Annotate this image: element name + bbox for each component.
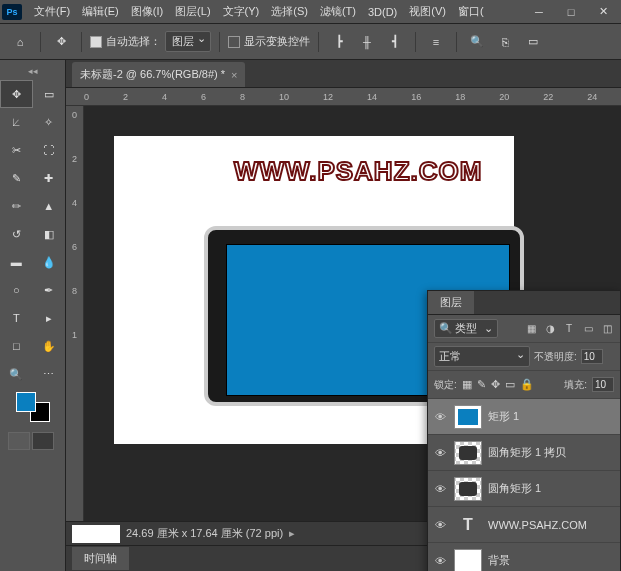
- patch-tool[interactable]: ✚: [33, 164, 66, 192]
- blur-tool[interactable]: 💧: [33, 248, 66, 276]
- extra-tool[interactable]: ⋯: [33, 360, 66, 388]
- layer-name[interactable]: 圆角矩形 1: [488, 481, 541, 496]
- brush-tool[interactable]: ✏: [0, 192, 33, 220]
- timeline-tab[interactable]: 时间轴: [72, 547, 129, 570]
- lock-position-icon[interactable]: ✥: [491, 378, 500, 391]
- menu-file[interactable]: 文件(F): [28, 1, 76, 22]
- menu-view[interactable]: 视图(V): [403, 1, 452, 22]
- layer-item[interactable]: 👁 圆角矩形 1: [428, 471, 620, 507]
- blend-mode-select[interactable]: 正常: [434, 346, 530, 367]
- show-transform-checkbox[interactable]: 显示变换控件: [228, 34, 310, 49]
- move-tool[interactable]: ✥: [0, 80, 33, 108]
- magic-wand-tool[interactable]: ✧: [33, 108, 66, 136]
- layer-thumbnail[interactable]: [454, 477, 482, 501]
- menu-3d[interactable]: 3D(D): [362, 3, 403, 21]
- lock-pixels-icon[interactable]: ▦: [462, 378, 472, 391]
- layer-name[interactable]: WWW.PSAHZ.COM: [488, 519, 587, 531]
- layer-thumbnail[interactable]: [454, 441, 482, 465]
- menu-bar: Ps 文件(F) 编辑(E) 图像(I) 图层(L) 文字(Y) 选择(S) 滤…: [0, 0, 621, 24]
- dodge-tool[interactable]: ○: [0, 276, 33, 304]
- fill-value[interactable]: 10: [592, 377, 614, 392]
- filter-shape-icon[interactable]: ▭: [581, 322, 595, 336]
- layer-item[interactable]: 👁 T WWW.PSAHZ.COM: [428, 507, 620, 543]
- document-tab-bar: 未标题-2 @ 66.7%(RGB/8#) * ×: [66, 60, 621, 88]
- menu-edit[interactable]: 编辑(E): [76, 1, 125, 22]
- layer-name[interactable]: 背景: [488, 553, 510, 568]
- lock-brush-icon[interactable]: ✎: [477, 378, 486, 391]
- move-tool-icon[interactable]: ✥: [49, 30, 73, 54]
- pen-tool[interactable]: ✒: [33, 276, 66, 304]
- eraser-tool[interactable]: ◧: [33, 220, 66, 248]
- slice-tool[interactable]: ⛶: [33, 136, 66, 164]
- zoom-tool[interactable]: 🔍: [0, 360, 33, 388]
- document-tab[interactable]: 未标题-2 @ 66.7%(RGB/8#) * ×: [72, 62, 245, 87]
- menu-select[interactable]: 选择(S): [265, 1, 314, 22]
- visibility-icon[interactable]: 👁: [432, 483, 448, 495]
- layer-list: 👁 矩形 1 👁 圆角矩形 1 拷贝 👁 圆角矩形 1 👁 T: [428, 399, 620, 571]
- workspace-icon[interactable]: ▭: [521, 30, 545, 54]
- layer-item[interactable]: 👁 背景: [428, 543, 620, 571]
- filter-pixel-icon[interactable]: ▦: [524, 322, 538, 336]
- zoom-input[interactable]: [72, 525, 120, 543]
- distribute-icon[interactable]: ≡: [424, 30, 448, 54]
- layer-item[interactable]: 👁 圆角矩形 1 拷贝: [428, 435, 620, 471]
- type-tool[interactable]: T: [0, 304, 33, 332]
- visibility-icon[interactable]: 👁: [432, 447, 448, 459]
- path-select-tool[interactable]: ▸: [33, 304, 66, 332]
- stamp-tool[interactable]: ▲: [33, 192, 66, 220]
- watermark-text: WWW.PSAHZ.COM: [234, 156, 482, 187]
- menu-filter[interactable]: 滤镜(T): [314, 1, 362, 22]
- layer-name[interactable]: 圆角矩形 1 拷贝: [488, 445, 566, 460]
- visibility-icon[interactable]: 👁: [432, 519, 448, 531]
- gradient-tool[interactable]: ▬: [0, 248, 33, 276]
- shape-tool[interactable]: □: [0, 332, 33, 360]
- filter-type-icon[interactable]: T: [562, 322, 576, 336]
- home-icon[interactable]: ⌂: [8, 30, 32, 54]
- minimize-button[interactable]: ─: [523, 0, 555, 24]
- toolbox-collapse[interactable]: ◂◂: [0, 64, 65, 78]
- menu-window[interactable]: 窗口(: [452, 1, 490, 22]
- standard-mode[interactable]: [8, 432, 30, 450]
- marquee-tool[interactable]: ▭: [33, 80, 66, 108]
- eyedropper-tool[interactable]: ✎: [0, 164, 33, 192]
- menu-image[interactable]: 图像(I): [125, 1, 169, 22]
- search-icon[interactable]: 🔍: [465, 30, 489, 54]
- layers-panel: 图层 🔍 类型 ⌄ ▦ ◑ T ▭ ◫ 正常 不透明度: 10: [427, 290, 621, 571]
- layers-panel-title[interactable]: 图层: [428, 291, 474, 314]
- menu-type[interactable]: 文字(Y): [217, 1, 266, 22]
- maximize-button[interactable]: □: [555, 0, 587, 24]
- align-right-icon[interactable]: ┫: [383, 30, 407, 54]
- layer-filter-kind[interactable]: 🔍 类型 ⌄: [434, 319, 498, 338]
- close-tab-icon[interactable]: ×: [231, 69, 237, 81]
- layer-thumbnail[interactable]: [454, 549, 482, 572]
- layer-name[interactable]: 矩形 1: [488, 409, 519, 424]
- layer-item[interactable]: 👁 矩形 1: [428, 399, 620, 435]
- filter-adjust-icon[interactable]: ◑: [543, 322, 557, 336]
- lasso-tool[interactable]: ⟀: [0, 108, 33, 136]
- layer-thumbnail[interactable]: [454, 405, 482, 429]
- ruler-horizontal: 024681012141618202224: [66, 88, 621, 106]
- close-button[interactable]: ✕: [587, 0, 619, 24]
- hand-tool[interactable]: ✋: [33, 332, 66, 360]
- filter-smart-icon[interactable]: ◫: [600, 322, 614, 336]
- crop-tool[interactable]: ✂: [0, 136, 33, 164]
- visibility-icon[interactable]: 👁: [432, 555, 448, 567]
- foreground-color[interactable]: [16, 392, 36, 412]
- workspace: 未标题-2 @ 66.7%(RGB/8#) * × 02468101214161…: [66, 60, 621, 571]
- status-arrow-icon[interactable]: ▸: [289, 527, 295, 540]
- color-swatches[interactable]: [0, 388, 65, 428]
- ruler-vertical: 024681: [66, 106, 84, 521]
- auto-select-checkbox[interactable]: 自动选择：: [90, 34, 161, 49]
- quickmask-mode[interactable]: [32, 432, 54, 450]
- auto-select-target[interactable]: 图层: [165, 31, 211, 52]
- align-left-icon[interactable]: ┣: [327, 30, 351, 54]
- lock-all-icon[interactable]: 🔒: [520, 378, 534, 391]
- layer-thumbnail[interactable]: T: [454, 513, 482, 537]
- menu-layer[interactable]: 图层(L): [169, 1, 216, 22]
- align-center-icon[interactable]: ╫: [355, 30, 379, 54]
- lock-artboard-icon[interactable]: ▭: [505, 378, 515, 391]
- share-icon[interactable]: ⎘: [493, 30, 517, 54]
- visibility-icon[interactable]: 👁: [432, 411, 448, 423]
- opacity-value[interactable]: 10: [581, 349, 603, 364]
- history-brush-tool[interactable]: ↺: [0, 220, 33, 248]
